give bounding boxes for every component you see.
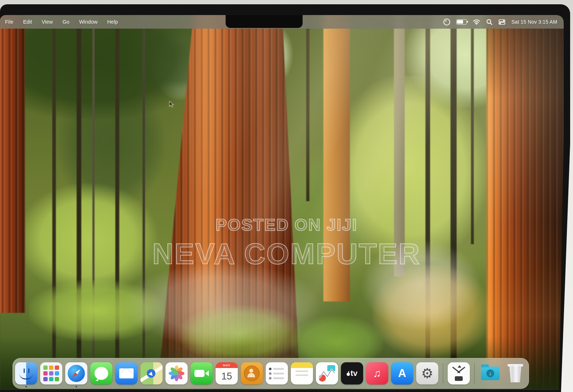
menu-edit[interactable]: Edit bbox=[23, 19, 32, 25]
reminders-row bbox=[269, 372, 288, 375]
mouse-cursor bbox=[169, 101, 175, 108]
battery-fill bbox=[457, 20, 463, 24]
facetime-camera-lens bbox=[205, 371, 209, 376]
dock-item-appstore[interactable]: A bbox=[391, 362, 413, 384]
reminders-icon bbox=[266, 362, 288, 384]
finder-eye bbox=[28, 368, 29, 373]
launchpad-dot bbox=[43, 377, 48, 381]
maps-navigation-pin bbox=[147, 369, 155, 378]
freeform-icon bbox=[316, 362, 338, 384]
dock-item-reminders[interactable] bbox=[266, 362, 288, 384]
launchpad-icon bbox=[40, 362, 62, 384]
dock-item-music[interactable]: ♫ bbox=[366, 362, 388, 384]
dock-item-calendar[interactable]: NOV 15 bbox=[216, 362, 238, 384]
dock-item-contacts[interactable] bbox=[241, 362, 263, 384]
safari-icon bbox=[65, 362, 87, 384]
music-note-glyph: ♫ bbox=[373, 367, 381, 379]
contacts-icon bbox=[241, 362, 263, 384]
facetime-camera-body bbox=[194, 370, 204, 377]
finder-eye bbox=[24, 368, 25, 373]
photo-background: POSTED ON JIJI NEVA COMPUTER File Edit V… bbox=[0, 0, 573, 392]
menu-window[interactable]: Window bbox=[79, 19, 98, 25]
facetime-icon bbox=[191, 362, 213, 384]
dock-divider bbox=[443, 363, 443, 384]
control-center-icon[interactable] bbox=[499, 19, 505, 25]
dock-item-launchpad[interactable] bbox=[40, 362, 62, 384]
dock-item-iphone-mirroring[interactable] bbox=[448, 362, 470, 384]
launchpad-dot bbox=[49, 371, 53, 376]
menu-help[interactable]: Help bbox=[107, 19, 118, 25]
apple-logo bbox=[347, 373, 350, 376]
reminders-row bbox=[269, 377, 288, 379]
maps-icon bbox=[140, 362, 163, 384]
notes-line bbox=[295, 374, 308, 376]
finder-icon bbox=[15, 362, 37, 384]
dock-item-finder[interactable] bbox=[15, 362, 37, 384]
mail-envelope bbox=[119, 368, 134, 378]
mirroring-device bbox=[455, 376, 463, 381]
desktop-wallpaper bbox=[0, 15, 564, 390]
wallpaper-sunrays bbox=[0, 15, 564, 390]
circular-status-icon[interactable] bbox=[443, 19, 450, 25]
launchpad-dot bbox=[43, 371, 48, 376]
wallpaper-right-sequoia-trunk bbox=[486, 15, 564, 390]
notes-line bbox=[295, 371, 308, 372]
iphone-mirroring-icon bbox=[448, 362, 470, 384]
spotlight-search-icon[interactable] bbox=[486, 19, 492, 25]
launchpad-dot bbox=[55, 366, 59, 370]
watermark-line1: POSTED ON JIJI bbox=[216, 215, 357, 234]
dock-item-facetime[interactable] bbox=[191, 362, 213, 384]
photos-flower bbox=[168, 365, 185, 382]
system-settings-icon: ⚙ bbox=[416, 362, 438, 384]
menu-go[interactable]: Go bbox=[63, 19, 69, 25]
dock-item-freeform[interactable] bbox=[316, 362, 338, 384]
dock-item-trash[interactable] bbox=[504, 362, 526, 384]
battery-icon[interactable] bbox=[456, 19, 467, 25]
launchpad-dot bbox=[49, 366, 53, 370]
appstore-a-glyph: A bbox=[398, 367, 406, 380]
launchpad-dot bbox=[49, 377, 53, 381]
dock-item-notes[interactable] bbox=[291, 362, 313, 384]
download-arrow-icon: ↓ bbox=[486, 369, 494, 377]
calendar-day: 15 bbox=[216, 368, 238, 384]
dock-item-tv[interactable]: tv bbox=[341, 362, 363, 384]
dock-item-mail[interactable] bbox=[115, 362, 138, 384]
launchpad-dot bbox=[55, 377, 59, 381]
launchpad-dot bbox=[55, 371, 59, 376]
dock-item-maps[interactable] bbox=[140, 362, 163, 384]
launchpad-dot bbox=[43, 366, 48, 370]
running-indicator bbox=[76, 386, 77, 387]
menu-view[interactable]: View bbox=[42, 19, 53, 25]
watermark-line2: NEVA COMPUTER bbox=[152, 237, 421, 271]
notes-icon bbox=[291, 362, 313, 384]
safari-needle bbox=[71, 368, 82, 379]
dock-item-safari[interactable] bbox=[65, 362, 87, 384]
notes-yellow-band bbox=[291, 362, 313, 368]
mail-icon bbox=[115, 362, 138, 384]
dock-divider bbox=[474, 363, 475, 384]
freeform-squiggle bbox=[316, 362, 338, 384]
dock-item-downloads[interactable]: ↓ bbox=[479, 362, 501, 384]
camera-notch bbox=[226, 15, 303, 28]
laptop-bezel: POSTED ON JIJI NEVA COMPUTER File Edit V… bbox=[0, 4, 570, 392]
dock-item-photos[interactable] bbox=[165, 362, 188, 384]
menu-bar-menus: File Edit View Go Window Help bbox=[0, 19, 118, 25]
reminders-row bbox=[269, 368, 288, 370]
trash-icon bbox=[504, 362, 526, 384]
menu-file[interactable]: File bbox=[5, 19, 13, 25]
trash-body bbox=[508, 365, 523, 382]
app-store-icon: A bbox=[391, 362, 413, 384]
messages-icon bbox=[90, 362, 112, 384]
contacts-person bbox=[244, 366, 260, 381]
calendar-month: NOV bbox=[216, 362, 238, 368]
dock-item-messages[interactable] bbox=[90, 362, 112, 384]
wifi-icon[interactable] bbox=[473, 19, 480, 25]
music-icon: ♫ bbox=[366, 362, 388, 384]
dock: NOV 15 bbox=[13, 358, 529, 389]
photos-icon bbox=[165, 362, 188, 384]
running-indicator bbox=[25, 386, 27, 387]
menu-bar-clock[interactable]: Sat 15 Nov 3:15 AM bbox=[511, 19, 557, 25]
macbook-screen: POSTED ON JIJI NEVA COMPUTER File Edit V… bbox=[0, 15, 564, 390]
dock-item-settings[interactable]: ⚙ bbox=[416, 362, 438, 384]
calendar-icon: NOV 15 bbox=[216, 362, 238, 384]
